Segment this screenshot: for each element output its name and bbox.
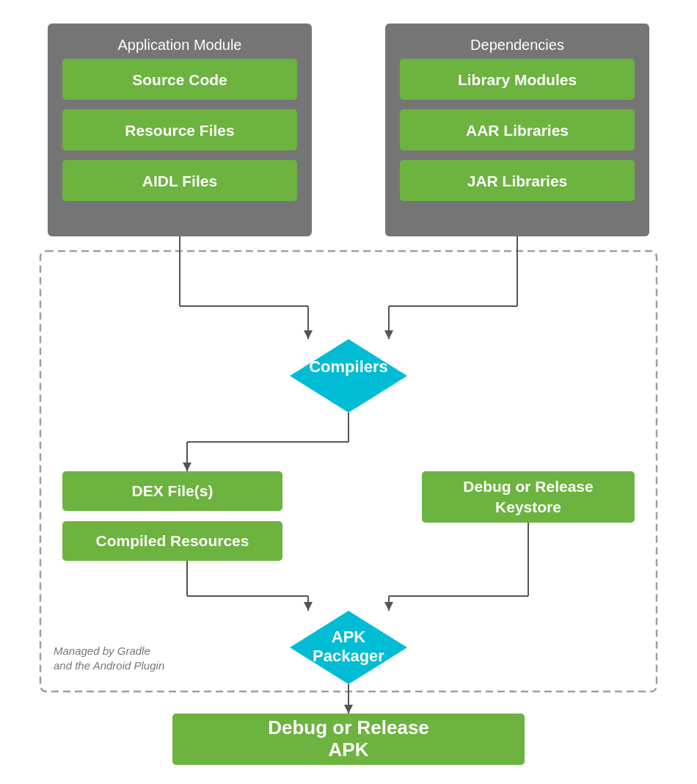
gradle-note-line2: and the Android Plugin [54, 659, 164, 672]
aidl-files-label: AIDL Files [142, 173, 217, 189]
compiled-resources-label: Compiled Resources [96, 532, 249, 549]
compilers-diamond [290, 339, 407, 413]
resource-files-label: Resource Files [125, 122, 234, 139]
arrowhead-to-compilers-right [384, 330, 393, 339]
aar-libraries-label: AAR Libraries [466, 122, 569, 139]
keystore-label-line1: Debug or Release [463, 478, 593, 495]
arrowhead-to-final-apk [344, 705, 353, 714]
arrowhead-to-dex [183, 462, 191, 471]
arrowhead-to-compilers-left [304, 330, 313, 339]
keystore-label-line2: Keystore [495, 498, 561, 515]
apk-packager-label-line1: APK [332, 628, 366, 646]
apk-packager-label-line2: Packager [313, 647, 384, 665]
arrowhead-to-apkpackager-right [384, 602, 393, 611]
diagram-svg: Application Module Source Code Resource … [33, 16, 664, 765]
dependencies-title: Dependencies [470, 37, 564, 53]
dex-files-label: DEX File(s) [132, 482, 214, 499]
app-module-title: Application Module [118, 37, 242, 53]
final-apk-label-line1: Debug or Release [268, 716, 429, 738]
final-apk-label-line2: APK [329, 738, 369, 761]
jar-libraries-label: JAR Libraries [467, 173, 568, 189]
source-code-label: Source Code [132, 71, 227, 88]
gradle-note-line1: Managed by Gradle [54, 645, 150, 657]
library-modules-label: Library Modules [458, 71, 577, 88]
arrowhead-to-apkpackager-left [304, 602, 313, 611]
compilers-label: Compilers [309, 357, 388, 376]
